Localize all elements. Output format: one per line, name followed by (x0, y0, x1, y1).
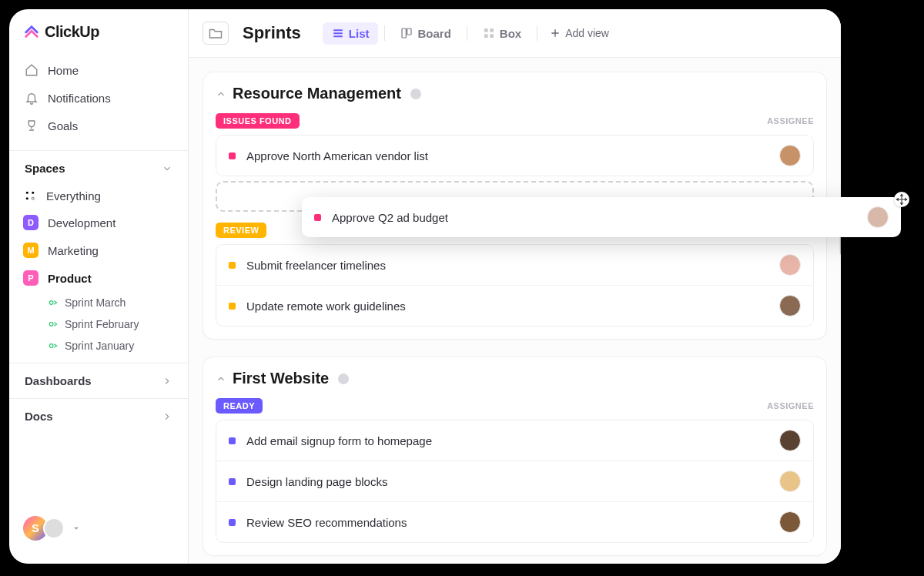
space-badge: P (23, 270, 38, 286)
view-separator (467, 25, 467, 41)
sprint-item[interactable]: Sprint March (48, 292, 188, 313)
home-icon (25, 63, 38, 77)
svg-rect-12 (484, 28, 488, 32)
space-item-marketing[interactable]: MMarketing (9, 236, 188, 264)
svg-rect-9 (333, 35, 343, 37)
chevron-down-icon (162, 163, 172, 174)
sprint-label: Sprint February (65, 318, 139, 330)
status-header-row: READY ASSIGNEE (216, 398, 814, 414)
view-tab-board[interactable]: Board (391, 22, 460, 45)
svg-point-5 (49, 323, 53, 327)
task-row[interactable]: Design landing page blocks (216, 461, 813, 502)
sprint-label: Sprint January (65, 340, 134, 352)
view-separator (384, 25, 385, 41)
status-pill[interactable]: REVIEW (216, 223, 266, 238)
task-title: Update remote work guidelines (246, 300, 406, 313)
caret-down-icon (71, 523, 82, 534)
space-label: Product (48, 272, 92, 285)
view-tabs: List Board Box Add view (323, 22, 609, 45)
sprint-icon (48, 340, 59, 351)
dragging-task-title: Approve Q2 ad budget (332, 211, 448, 224)
spaces-header[interactable]: Spaces (9, 150, 188, 183)
logo[interactable]: ClickUp (9, 23, 188, 52)
task-list: Approve North American vendor list (216, 135, 814, 176)
task-assignee-avatar[interactable] (779, 254, 801, 276)
sprint-item[interactable]: Sprint January (48, 335, 188, 357)
svg-rect-7 (333, 29, 343, 31)
group-header[interactable]: Resource Management (216, 85, 814, 102)
task-assignee-avatar[interactable] (779, 471, 801, 492)
sprint-icon (48, 297, 59, 308)
task-title: Approve North American vendor list (246, 149, 428, 162)
logo-text: ClickUp (45, 23, 99, 41)
trophy-icon (25, 119, 38, 132)
main-content: Sprints List Board Box (189, 9, 841, 564)
content-area: Resource Management ISSUES FOUND ASSIGNE… (189, 58, 841, 564)
bell-icon (25, 91, 38, 105)
dragging-task-card[interactable]: Approve Q2 ad budget (302, 197, 901, 237)
task-row[interactable]: Add email signup form to homepage (216, 420, 813, 461)
sidebar-footer[interactable]: S (9, 507, 188, 550)
user-avatar-image (43, 517, 65, 539)
space-everything-label: Everything (46, 189, 101, 203)
view-tab-box[interactable]: Box (474, 22, 531, 45)
move-cursor-icon (894, 192, 909, 207)
nav-dashboards[interactable]: Dashboards (9, 363, 188, 398)
task-assignee-avatar[interactable] (779, 430, 801, 451)
svg-rect-11 (407, 28, 411, 35)
view-tab-list-label: List (349, 27, 370, 40)
list-icon (332, 27, 344, 39)
chevron-up-icon[interactable] (216, 89, 226, 99)
space-everything[interactable]: Everything (9, 183, 188, 209)
view-tab-list[interactable]: List (323, 22, 379, 45)
folder-icon[interactable] (203, 22, 229, 45)
nav-home[interactable]: Home (17, 56, 180, 84)
task-row[interactable]: Review SEO recommendations (216, 502, 813, 542)
space-item-development[interactable]: DDevelopment (9, 209, 188, 236)
task-status-dot (229, 262, 236, 269)
sprint-icon (48, 319, 59, 330)
assignee-column-label: ASSIGNEE (767, 116, 814, 126)
space-item-product[interactable]: PProduct (9, 264, 188, 292)
chevron-right-icon (162, 411, 172, 422)
group-card: First Website READY ASSIGNEE Add email s… (203, 357, 827, 556)
chevron-up-icon[interactable] (216, 373, 226, 384)
task-row[interactable]: Approve North American vendor list (216, 136, 813, 176)
task-assignee-avatar[interactable] (779, 295, 801, 316)
task-row[interactable]: Submit freelancer timelines (216, 245, 813, 286)
nav-dashboards-label: Dashboards (25, 374, 92, 387)
task-assignee-avatar[interactable] (779, 511, 801, 533)
plus-icon (550, 28, 561, 39)
nav-docs[interactable]: Docs (9, 398, 188, 434)
svg-rect-15 (490, 34, 494, 38)
status-pill[interactable]: READY (216, 398, 263, 414)
task-assignee-avatar[interactable] (779, 145, 801, 166)
nav-notifications[interactable]: Notifications (17, 84, 180, 112)
grid-icon (23, 189, 37, 203)
dragging-task-avatar (867, 206, 889, 228)
sprint-list: Sprint MarchSprint FebruarySprint Januar… (9, 292, 188, 357)
spaces-list: DDevelopmentMMarketingPProduct (9, 209, 188, 292)
task-row[interactable]: Update remote work guidelines (216, 286, 813, 326)
status-pill[interactable]: ISSUES FOUND (216, 113, 300, 129)
info-icon[interactable] (338, 373, 349, 384)
folder-glyph-icon (209, 27, 223, 39)
task-list: Add email signup form to homepage Design… (216, 420, 814, 543)
assignee-column-label: ASSIGNEE (767, 401, 814, 410)
group-header[interactable]: First Website (216, 370, 814, 387)
sprint-item[interactable]: Sprint February (48, 313, 188, 335)
space-label: Development (48, 216, 116, 229)
view-tab-box-label: Box (500, 27, 521, 40)
info-icon[interactable] (410, 89, 421, 99)
svg-point-0 (26, 192, 28, 194)
add-view-button[interactable]: Add view (550, 27, 609, 39)
svg-rect-10 (402, 28, 406, 38)
add-view-label: Add view (565, 27, 609, 39)
view-separator (537, 25, 537, 41)
task-status-dot (229, 519, 236, 526)
nav-goals[interactable]: Goals (17, 112, 180, 139)
space-badge: M (23, 243, 38, 258)
space-badge: D (23, 215, 38, 230)
sprint-label: Sprint March (65, 296, 126, 309)
task-status-dot (229, 152, 236, 159)
